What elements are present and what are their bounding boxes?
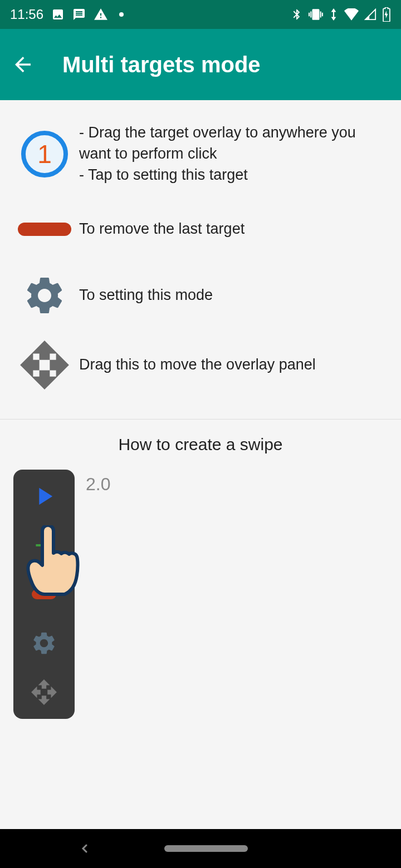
row-remove: To remove the last target	[13, 219, 388, 240]
panel-settings-button[interactable]	[27, 627, 61, 660]
move-text: Drag this to move the overlay panel	[76, 354, 388, 376]
vibrate-icon	[309, 7, 323, 22]
nav-handle[interactable]	[164, 845, 248, 852]
gear-icon	[22, 273, 67, 318]
target-text-line2: - Tap to setting this target	[79, 165, 388, 186]
swipe-version: 2.0	[86, 474, 110, 495]
bluetooth-icon	[291, 8, 303, 21]
remove-text: To remove the last target	[76, 219, 388, 240]
remove-button[interactable]	[27, 578, 61, 611]
play-button[interactable]	[27, 480, 61, 513]
row-target: 1 - Drag the target overlay to anywhere …	[13, 122, 388, 185]
remove-pill-icon	[18, 223, 71, 236]
wifi-icon	[344, 8, 359, 21]
target-number: 1	[37, 139, 52, 169]
swipe-heading: How to create a swipe	[13, 435, 388, 454]
nav-bar	[0, 829, 401, 868]
dot-icon	[119, 12, 124, 17]
app-bar-title: Multi targets mode	[62, 52, 261, 77]
swipe-area: 2.0	[13, 470, 388, 719]
row-settings: To setting this mode	[13, 273, 388, 318]
target-text-line1: - Drag the target overlay to anywhere yo…	[79, 122, 388, 165]
image-icon	[51, 8, 65, 21]
content: 1 - Drag the target overlay to anywhere …	[0, 122, 401, 719]
message-icon	[72, 8, 86, 21]
panel-move-button[interactable]	[27, 675, 61, 709]
warning-icon	[94, 7, 108, 22]
nav-back-icon[interactable]	[78, 842, 91, 855]
status-time: 11:56	[10, 7, 43, 22]
settings-text: To setting this mode	[76, 285, 388, 306]
target-circle-icon: 1	[21, 131, 68, 177]
overlay-panel[interactable]	[13, 470, 75, 719]
add-button[interactable]	[27, 529, 61, 562]
signal-icon	[364, 8, 376, 21]
app-bar: Multi targets mode	[0, 29, 401, 100]
divider	[0, 419, 401, 420]
data-icon	[329, 8, 339, 21]
status-bar: 11:56	[0, 0, 401, 29]
move-icon	[19, 340, 70, 390]
row-move: Drag this to move the overlay panel	[13, 340, 388, 390]
battery-icon	[382, 7, 391, 22]
back-icon[interactable]	[11, 53, 35, 76]
